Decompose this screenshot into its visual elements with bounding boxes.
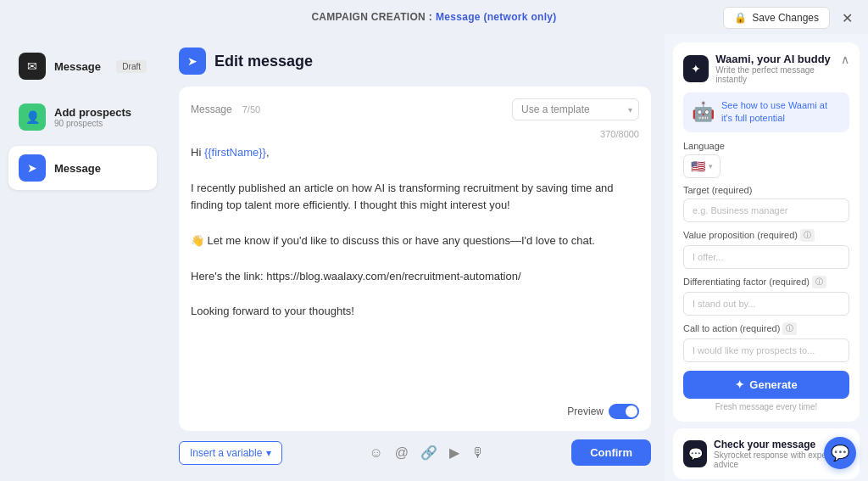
close-button[interactable]: ✕ — [837, 8, 858, 28]
value-input[interactable] — [683, 245, 849, 269]
target-input[interactable] — [683, 199, 849, 222]
template-wrapper[interactable]: Use a template — [512, 98, 639, 120]
sparkle-icon: ✦ — [735, 378, 744, 391]
insert-variable-button[interactable]: Insert a variable ▾ — [179, 441, 282, 465]
toolbar-icons: ☺ @ 🔗 ▶ 🎙 — [369, 445, 485, 461]
preview-toggle[interactable] — [609, 404, 639, 419]
sidebar-message-label: Message — [54, 60, 101, 73]
preview-row: Preview — [567, 404, 639, 419]
confirm-button[interactable]: Confirm — [571, 439, 651, 466]
message-icon: ✉ — [19, 53, 46, 80]
waami-subtitle: Write the perfect message instantly — [715, 65, 841, 84]
main-content: ➤ Edit message Message 7/50 Use a templa… — [165, 34, 665, 481]
emoji-icon[interactable]: ☺ — [369, 445, 382, 461]
message-line2: I recently published an article on how A… — [191, 180, 639, 215]
waami-collapse-icon[interactable]: ∧ — [841, 53, 849, 66]
diff-label: Differentiating factor (required) ⓘ — [683, 276, 849, 288]
generate-label: Generate — [749, 378, 797, 391]
target-field: Target (required) — [683, 185, 849, 222]
sidebar-item-message[interactable]: ✉ Message Draft — [8, 44, 157, 88]
check-message-title: Check your message — [714, 439, 841, 450]
message-body[interactable]: Hi {{firstName}}, I recently published a… — [191, 144, 639, 395]
chevron-down-icon: ▾ — [266, 447, 271, 459]
editor-top: Message 7/50 Use a template — [191, 98, 639, 120]
check-message-icon: 💬 — [683, 440, 707, 467]
main-layout: ✉ Message Draft 👤 Add prospects 90 prosp… — [0, 34, 868, 481]
chat-bubble[interactable]: 💬 — [824, 437, 856, 469]
value-label: Value proposition (required) ⓘ — [683, 229, 849, 242]
flag-button[interactable]: 🇺🇸 ▾ — [683, 154, 721, 178]
message-step-icon: ➤ — [19, 154, 46, 182]
flag-icon: 🇺🇸 — [691, 159, 705, 173]
waami-title: Waami, your AI buddy — [715, 53, 841, 65]
add-prospects-icon: 👤 — [19, 103, 46, 131]
language-label: Language — [683, 141, 849, 151]
edit-icon: ➤ — [179, 48, 206, 75]
draft-badge: Draft — [116, 60, 147, 73]
generate-button[interactable]: ✦ Generate — [683, 371, 849, 399]
editor-card: Message 7/50 Use a template 370/8000 Hi … — [179, 87, 651, 431]
add-prospects-label: Add prospects — [54, 106, 131, 119]
robot-icon: 🤖 — [692, 101, 715, 123]
chat-icon: 💬 — [831, 444, 849, 462]
campaign-label: CAMPAIGN CREATION : — [311, 11, 432, 23]
sidebar-item-add-prospects[interactable]: 👤 Add prospects 90 prospects — [8, 95, 157, 139]
generate-note: Fresh message every time! — [683, 402, 849, 411]
save-button[interactable]: 🔒 Save Changes — [723, 7, 830, 29]
diff-required-badge: ⓘ — [812, 276, 826, 288]
cta-label: Call to action (required) ⓘ — [683, 322, 849, 335]
cta-field: Call to action (required) ⓘ — [683, 322, 849, 362]
target-label: Target (required) — [683, 185, 849, 195]
sidebar-item-message-step[interactable]: ➤ Message — [8, 146, 157, 190]
message-field-label: Message — [191, 103, 232, 115]
message-char-total: 370/8000 — [191, 129, 639, 139]
message-line5: Looking forward to your thoughts! — [191, 303, 639, 321]
mic-icon[interactable]: 🎙 — [471, 445, 485, 461]
banner-text: See how to use Waami at it's full potent… — [721, 99, 841, 126]
edit-title: Edit message — [214, 53, 313, 70]
waami-card: ✦ Waami, your AI buddy Write the perfect… — [673, 42, 860, 422]
right-panel: ✦ Waami, your AI buddy Write the perfect… — [665, 34, 868, 481]
campaign-step: Message (network only) — [436, 11, 557, 23]
edit-header: ➤ Edit message — [179, 48, 651, 75]
language-field: Language 🇺🇸 ▾ — [683, 141, 849, 178]
template-select[interactable]: Use a template — [512, 98, 639, 120]
check-message-subtitle: Skyrocket response with expert advice — [714, 450, 841, 469]
cta-input[interactable] — [683, 338, 849, 362]
waami-banner[interactable]: 🤖 See how to use Waami at it's full pote… — [683, 92, 849, 132]
waami-header: ✦ Waami, your AI buddy Write the perfect… — [683, 53, 849, 84]
flag-chevron-icon: ▾ — [709, 162, 713, 171]
language-select[interactable]: 🇺🇸 ▾ — [683, 154, 849, 178]
preview-label: Preview — [567, 405, 604, 417]
sidebar: ✉ Message Draft 👤 Add prospects 90 prosp… — [0, 34, 165, 481]
diff-field: Differentiating factor (required) ⓘ — [683, 276, 849, 316]
waami-avatar: ✦ — [683, 55, 709, 82]
top-bar: CAMPAIGN CREATION : Message (network onl… — [0, 0, 868, 34]
insert-variable-label: Insert a variable — [190, 447, 262, 459]
message-line3: 👋 Let me know if you'd like to discuss t… — [191, 232, 639, 250]
value-field: Value proposition (required) ⓘ — [683, 229, 849, 269]
firstname-tag: {{firstName}} — [204, 146, 266, 159]
cta-required-badge: ⓘ — [782, 322, 797, 335]
link-icon[interactable]: 🔗 — [420, 445, 437, 461]
video-icon[interactable]: ▶ — [449, 445, 459, 461]
value-required-badge: ⓘ — [800, 229, 815, 242]
message-step-label: Message — [54, 162, 101, 175]
save-icon: 🔒 — [734, 12, 747, 24]
add-prospects-sub: 90 prospects — [54, 119, 131, 128]
message-line4: Here's the link: https://blog.waalaxy.co… — [191, 268, 639, 286]
char-count: 7/50 — [242, 104, 260, 115]
toolbar-row: Insert a variable ▾ ☺ @ 🔗 ▶ 🎙 Confirm — [179, 431, 651, 467]
diff-input[interactable] — [683, 292, 849, 316]
at-icon[interactable]: @ — [395, 445, 409, 461]
